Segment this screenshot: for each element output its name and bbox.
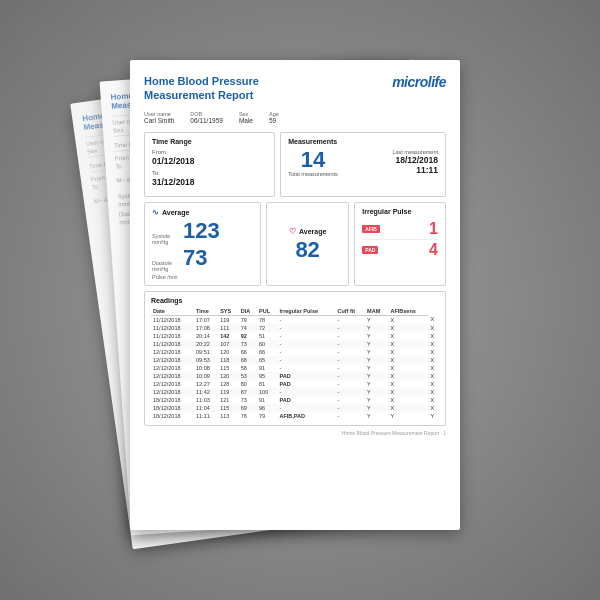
table-cell: 10:08	[194, 364, 218, 372]
pulse-avg-title: ♡ Average	[289, 227, 326, 236]
table-cell: 111	[218, 324, 238, 332]
table-cell: X	[428, 332, 439, 340]
sex-group: Sex Male	[239, 111, 253, 124]
table-cell: -	[335, 348, 365, 356]
total-count: 14	[301, 149, 325, 171]
table-cell: X	[388, 372, 428, 380]
table-cell: 11:11	[194, 412, 218, 420]
sex-value: Male	[239, 117, 253, 124]
table-cell: -	[277, 332, 335, 340]
table-cell: Y	[365, 364, 388, 372]
table-cell: 09:51	[194, 348, 218, 356]
table-cell: 11:04	[194, 404, 218, 412]
table-cell: 96	[257, 404, 277, 412]
table-cell: 12/12/2018	[151, 372, 194, 380]
table-cell: 91	[257, 364, 277, 372]
table-cell: 65	[257, 356, 277, 364]
table-row: 12/12/201810:091205395PAD-YXX	[151, 372, 439, 380]
pulse-avg-label: Average	[299, 228, 326, 235]
col-irreg: Irregular Pulse	[277, 307, 335, 316]
table-cell: 120	[218, 348, 238, 356]
table-cell: Y	[428, 412, 439, 420]
table-row: 11/12/201820:141429251--YXX	[151, 332, 439, 340]
table-cell: -	[277, 324, 335, 332]
user-name-value: Carl Smith	[144, 117, 174, 124]
table-cell: -	[335, 340, 365, 348]
table-cell: PAD	[277, 396, 335, 404]
from-date: 01/12/2018	[152, 156, 267, 166]
age-group: Age 59	[269, 111, 279, 124]
table-cell: 74	[239, 324, 257, 332]
col-sys: SYS	[218, 307, 238, 316]
table-cell: X	[428, 380, 439, 388]
irreg-title: Irregular Pulse	[362, 208, 438, 215]
table-cell: 81	[257, 380, 277, 388]
table-cell: 80	[239, 380, 257, 388]
table-cell: Y	[365, 356, 388, 364]
dob-value: 06/11/1959	[190, 117, 223, 124]
table-cell: X	[428, 315, 439, 324]
table-cell: X	[388, 315, 428, 324]
afib-row: AFIB 1	[362, 219, 438, 240]
microlife-logo: microlife	[392, 74, 446, 90]
table-cell: 58	[239, 364, 257, 372]
report-title-text: Home Blood Pressure	[144, 75, 259, 87]
top-section: Time Range From 01/12/2018 To 31/12/2018…	[144, 132, 446, 197]
table-cell: 11/12/2018	[151, 324, 194, 332]
table-cell: 18/12/2018	[151, 404, 194, 412]
table-cell: X	[388, 356, 428, 364]
averages-section: ∿ Average Systole mmHg 123 Diastole mmHg…	[144, 202, 446, 286]
table-cell: 91	[257, 396, 277, 404]
wave-icon: ∿	[152, 208, 159, 217]
table-row: 12/12/201811:4211987100--YXX	[151, 388, 439, 396]
table-cell: Y	[365, 412, 388, 420]
table-cell: -	[277, 340, 335, 348]
table-cell: PAD	[277, 380, 335, 388]
table-cell: Y	[388, 412, 428, 420]
table-cell: 69	[239, 404, 257, 412]
table-row: 12/12/201810:081155891--YXX	[151, 364, 439, 372]
table-cell: 78	[257, 315, 277, 324]
table-cell: 18/12/2018	[151, 412, 194, 420]
table-cell: -	[335, 388, 365, 396]
table-cell: 51	[257, 332, 277, 340]
pulse-average-box: ♡ Average 82	[266, 202, 349, 286]
table-cell: X	[388, 396, 428, 404]
table-cell: Y	[365, 315, 388, 324]
table-cell: X	[388, 348, 428, 356]
table-cell: 128	[218, 380, 238, 388]
systole-label: Systole mmHg	[152, 233, 180, 245]
table-cell: 17:07	[194, 315, 218, 324]
table-cell: 121	[218, 396, 238, 404]
table-cell: 11:03	[194, 396, 218, 404]
table-cell: X	[428, 388, 439, 396]
irregular-pulse-box: Irregular Pulse AFIB 1 PAD 4	[354, 202, 446, 286]
table-cell: X	[388, 404, 428, 412]
table-cell: 73	[239, 340, 257, 348]
table-cell: X	[388, 364, 428, 372]
col-afib: AFIBsens	[388, 307, 428, 316]
table-cell: 118	[218, 356, 238, 364]
last-meas-label: Last measurement	[392, 149, 438, 155]
table-cell: 100	[257, 388, 277, 396]
table-cell: 78	[239, 412, 257, 420]
time-range-title: Time Range	[152, 138, 267, 145]
bp-avg-title: ∿ Average	[152, 208, 253, 217]
col-pul: PUL	[257, 307, 277, 316]
table-cell: 12/12/2018	[151, 380, 194, 388]
table-cell: AFIB,PAD	[277, 412, 335, 420]
table-cell: -	[277, 404, 335, 412]
table-cell: 12/12/2018	[151, 364, 194, 372]
table-cell: Y	[365, 380, 388, 388]
table-cell: 87	[239, 388, 257, 396]
col-cuff: Cuff fit	[335, 307, 365, 316]
table-cell: 66	[257, 348, 277, 356]
user-info: User name Carl Smith DOB 06/11/1959 Sex …	[144, 111, 446, 124]
measurements-inner: 14 Total measurements Last measurement 1…	[288, 149, 438, 177]
table-cell: X	[428, 324, 439, 332]
table-cell: 120	[218, 372, 238, 380]
brand-logo: microlife	[392, 74, 446, 90]
table-cell: -	[335, 372, 365, 380]
table-cell: 66	[239, 348, 257, 356]
table-row: 11/12/201817:071197978--YXX	[151, 315, 439, 324]
